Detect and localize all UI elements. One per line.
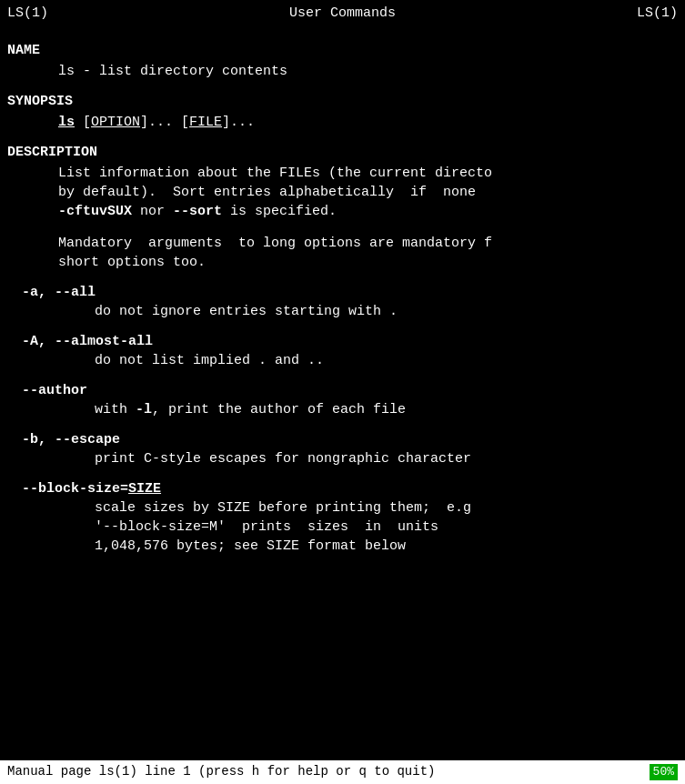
synopsis-options: [OPTION]... [FILE]...	[75, 115, 255, 130]
man-page-content: NAME ls - list directory contents SYNOPS…	[0, 26, 685, 556]
synopsis-ls: ls	[58, 115, 75, 130]
option-b: -b, --escape print C-style escapes for n…	[7, 430, 678, 468]
option-author-l: -l	[136, 402, 152, 417]
desc-p2-l1: Mandatory arguments to long options are …	[7, 234, 678, 253]
name-content: ls - list directory contents	[7, 62, 678, 81]
desc-sort: --sort	[173, 204, 222, 219]
header-left: LS(1)	[7, 4, 48, 23]
desc-p1-l1: List information about the FILEs (the cu…	[7, 164, 678, 183]
synopsis-content: ls [OPTION]... [FILE]...	[7, 113, 678, 132]
option-A-label: -A, --almost-all	[7, 332, 678, 351]
header-right: LS(1)	[637, 4, 678, 23]
name-heading: NAME	[7, 41, 678, 60]
option-a-desc: do not ignore entries starting with .	[7, 302, 678, 321]
option-a-label: -a, --all	[7, 283, 678, 302]
synopsis-heading: SYNOPSIS	[7, 92, 678, 111]
section-name: NAME ls - list directory contents	[7, 41, 678, 81]
man-page-header: LS(1) User Commands LS(1)	[0, 0, 685, 26]
section-description: DESCRIPTION List information about the F…	[7, 143, 678, 556]
desc-p1-l3: -cftuvSUX nor --sort is specified.	[7, 202, 678, 221]
description-heading: DESCRIPTION	[7, 143, 678, 162]
desc-p1-l2: by default). Sort entries alphabetically…	[7, 183, 678, 202]
option-block-size-desc3: 1,048,576 bytes; see SIZE format below	[7, 537, 678, 556]
status-bar-badge: 50%	[650, 764, 678, 780]
option-block-size-desc2: '--block-size=M' prints sizes in units	[7, 518, 678, 537]
option-a: -a, --all do not ignore entries starting…	[7, 283, 678, 321]
option-block-size-label: --block-size=SIZE	[7, 479, 678, 498]
terminal: LS(1) User Commands LS(1) NAME ls - list…	[0, 0, 685, 784]
option-author-desc: with -l, print the author of each file	[7, 400, 678, 419]
desc-p2-l2: short options too.	[7, 253, 678, 272]
option-block-size: --block-size=SIZE scale sizes by SIZE be…	[7, 479, 678, 556]
option-A: -A, --almost-all do not list implied . a…	[7, 332, 678, 370]
option-b-desc: print C-style escapes for nongraphic cha…	[7, 449, 678, 468]
option-author: --author with -l, print the author of ea…	[7, 381, 678, 419]
status-bar-text: Manual page ls(1) line 1 (press h for he…	[7, 763, 650, 781]
status-bar: Manual page ls(1) line 1 (press h for he…	[0, 760, 685, 784]
option-author-label: --author	[7, 381, 678, 400]
option-block-size-desc1: scale sizes by SIZE before printing them…	[7, 498, 678, 518]
option-A-desc: do not list implied . and ..	[7, 351, 678, 370]
section-synopsis: SYNOPSIS ls [OPTION]... [FILE]...	[7, 92, 678, 132]
desc-cftuvSUX: -cftuvSUX	[58, 204, 132, 219]
option-block-size-SIZE: SIZE	[128, 481, 161, 497]
option-b-label: -b, --escape	[7, 430, 678, 449]
header-center: User Commands	[289, 4, 396, 23]
spacer-1	[7, 221, 678, 234]
